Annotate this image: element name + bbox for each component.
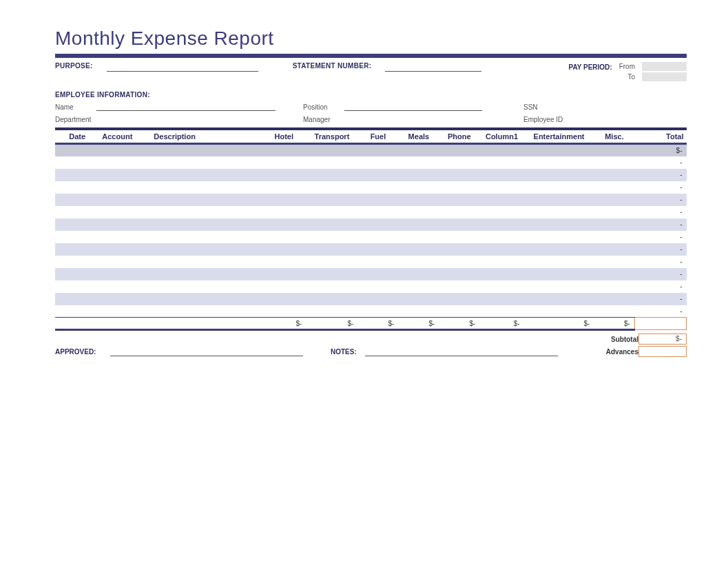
table-cell[interactable] <box>262 156 306 169</box>
table-cell[interactable] <box>262 243 306 256</box>
table-cell[interactable] <box>151 169 262 181</box>
table-cell[interactable] <box>479 268 523 280</box>
table-cell[interactable] <box>479 144 523 156</box>
to-field[interactable] <box>642 72 687 81</box>
table-cell[interactable] <box>398 256 439 268</box>
table-cell[interactable] <box>306 194 357 206</box>
table-cell[interactable]: - <box>634 268 686 280</box>
table-row[interactable]: - <box>55 231 687 243</box>
table-cell[interactable] <box>357 268 398 280</box>
table-cell[interactable] <box>439 256 479 268</box>
table-cell[interactable] <box>439 280 479 293</box>
table-cell[interactable] <box>524 194 594 206</box>
table-cell[interactable] <box>524 268 594 280</box>
table-cell[interactable] <box>398 231 439 243</box>
table-cell[interactable] <box>151 268 262 280</box>
table-cell[interactable] <box>55 305 99 318</box>
table-cell[interactable] <box>99 231 151 243</box>
table-cell[interactable] <box>99 293 151 305</box>
table-cell[interactable] <box>524 256 594 268</box>
table-row[interactable]: - <box>55 293 687 305</box>
table-cell[interactable] <box>398 144 439 156</box>
table-cell[interactable] <box>151 181 262 194</box>
table-cell[interactable] <box>55 144 99 156</box>
table-cell[interactable] <box>594 268 634 280</box>
table-cell[interactable] <box>262 194 306 206</box>
purpose-field[interactable] <box>107 62 258 72</box>
table-cell[interactable] <box>398 305 439 318</box>
table-cell[interactable] <box>479 243 523 256</box>
table-cell[interactable] <box>151 231 262 243</box>
table-cell[interactable] <box>357 218 398 231</box>
table-cell[interactable] <box>524 144 594 156</box>
table-cell[interactable] <box>55 194 99 206</box>
table-cell[interactable] <box>479 156 523 169</box>
table-cell[interactable] <box>479 181 523 194</box>
table-cell[interactable] <box>99 218 151 231</box>
table-cell[interactable] <box>306 144 357 156</box>
table-cell[interactable] <box>99 194 151 206</box>
table-cell[interactable] <box>398 280 439 293</box>
table-cell[interactable] <box>439 181 479 194</box>
table-cell[interactable] <box>439 144 479 156</box>
table-cell[interactable] <box>398 293 439 305</box>
table-cell[interactable]: - <box>634 243 686 256</box>
table-cell[interactable] <box>151 144 262 156</box>
table-cell[interactable] <box>594 231 634 243</box>
table-cell[interactable] <box>439 268 479 280</box>
table-cell[interactable] <box>55 169 99 181</box>
table-cell[interactable] <box>306 256 357 268</box>
table-row[interactable]: $- <box>55 144 687 156</box>
table-cell[interactable] <box>398 218 439 231</box>
table-cell[interactable] <box>479 231 523 243</box>
table-cell[interactable] <box>55 268 99 280</box>
table-cell[interactable] <box>594 206 634 218</box>
table-cell[interactable] <box>594 218 634 231</box>
table-cell[interactable] <box>306 243 357 256</box>
manager-field[interactable] <box>344 114 482 123</box>
table-cell[interactable] <box>55 293 99 305</box>
table-cell[interactable] <box>306 206 357 218</box>
table-cell[interactable] <box>55 231 99 243</box>
table-cell[interactable] <box>55 280 99 293</box>
table-cell[interactable]: - <box>634 169 686 181</box>
approved-field[interactable] <box>110 347 303 356</box>
table-cell[interactable] <box>594 280 634 293</box>
table-cell[interactable] <box>594 156 634 169</box>
table-cell[interactable] <box>594 256 634 268</box>
table-cell[interactable] <box>524 243 594 256</box>
table-cell[interactable] <box>55 243 99 256</box>
table-cell[interactable] <box>306 305 357 318</box>
table-cell[interactable] <box>357 231 398 243</box>
table-cell[interactable] <box>357 169 398 181</box>
table-cell[interactable] <box>357 194 398 206</box>
table-cell[interactable] <box>524 218 594 231</box>
table-cell[interactable] <box>357 280 398 293</box>
table-cell[interactable] <box>151 256 262 268</box>
notes-field[interactable] <box>365 347 558 356</box>
table-cell[interactable] <box>524 206 594 218</box>
table-cell[interactable] <box>99 156 151 169</box>
table-cell[interactable] <box>357 181 398 194</box>
table-cell[interactable] <box>439 206 479 218</box>
table-row[interactable]: - <box>55 305 687 318</box>
statement-field[interactable] <box>385 62 481 72</box>
table-cell[interactable] <box>479 256 523 268</box>
table-cell[interactable] <box>151 293 262 305</box>
table-cell[interactable] <box>594 305 634 318</box>
table-cell[interactable] <box>306 181 357 194</box>
table-cell[interactable] <box>398 243 439 256</box>
table-cell[interactable] <box>357 144 398 156</box>
table-cell[interactable] <box>479 218 523 231</box>
table-cell[interactable]: - <box>634 218 686 231</box>
table-cell[interactable]: - <box>634 280 686 293</box>
table-cell[interactable] <box>357 156 398 169</box>
table-cell[interactable] <box>594 144 634 156</box>
table-cell[interactable] <box>262 231 306 243</box>
table-cell[interactable] <box>398 181 439 194</box>
table-cell[interactable] <box>99 206 151 218</box>
table-cell[interactable]: - <box>634 256 686 268</box>
table-cell[interactable] <box>99 280 151 293</box>
table-cell[interactable] <box>262 181 306 194</box>
table-cell[interactable] <box>357 243 398 256</box>
